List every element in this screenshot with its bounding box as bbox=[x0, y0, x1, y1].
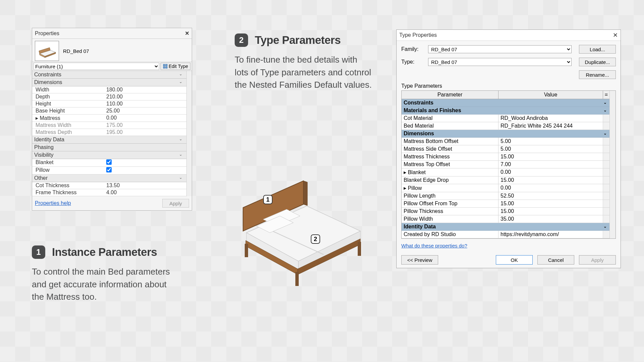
type-selector[interactable]: RD_Bed 07 bbox=[32, 39, 192, 62]
type-row[interactable]: Mattress Top Offset7.00 bbox=[402, 161, 609, 168]
param-row: Mattress Depth195.00 bbox=[32, 129, 186, 136]
group-identity[interactable]: Identity Data⌄ bbox=[32, 136, 186, 144]
checkbox-blanket[interactable] bbox=[106, 159, 112, 165]
close-icon[interactable]: × bbox=[185, 29, 189, 37]
svg-rect-6 bbox=[163, 67, 165, 68]
param-row[interactable]: Height110.00 bbox=[32, 100, 186, 107]
svg-rect-7 bbox=[166, 67, 167, 68]
svg-rect-5 bbox=[166, 64, 167, 66]
expand-icon: ⌄ bbox=[603, 108, 607, 113]
apply-button[interactable]: Apply bbox=[162, 199, 189, 208]
type-row[interactable]: Mattress Side Offset5.00 bbox=[402, 145, 609, 153]
group-dimensions[interactable]: Dimensions⌄ bbox=[32, 79, 186, 86]
expand-icon: ⌄ bbox=[179, 72, 182, 76]
type-name: RD_Bed 07 bbox=[63, 48, 89, 54]
scrollbar[interactable] bbox=[186, 71, 192, 196]
type-row[interactable]: Blanket Edge Drop15.00 bbox=[402, 176, 609, 184]
expand-icon: ⌄ bbox=[179, 152, 182, 157]
expand-icon: ⌄ bbox=[179, 175, 182, 180]
callout-2: 2 bbox=[311, 234, 320, 244]
type-parameters-label: Type Parameters bbox=[401, 83, 616, 89]
type-row[interactable]: Cot MaterialRD_Wood Andiroba bbox=[402, 115, 609, 122]
properties-title: Properties bbox=[35, 30, 59, 37]
group-constraints[interactable]: Constraints⌄ bbox=[32, 71, 186, 79]
type-row[interactable]: Pillow Offset From Top15.00 bbox=[402, 200, 609, 208]
family-label: Family: bbox=[401, 46, 428, 52]
category-filter[interactable]: Furniture (1) bbox=[34, 63, 159, 70]
group-visibility[interactable]: Visibility⌄ bbox=[32, 151, 186, 159]
annotation-body: To control the main Bed parameters and g… bbox=[32, 266, 179, 303]
expand-icon: ⌄ bbox=[179, 79, 182, 84]
type-row[interactable]: Created by RD Studiohttps://revitdynamo.… bbox=[402, 231, 609, 238]
type-properties-dialog: Type Properties ✕ Family: RD_Bed 07 Load… bbox=[396, 29, 621, 268]
param-row[interactable]: ▸ Mattress0.00 bbox=[32, 115, 186, 122]
annotation-title: Type Parameters bbox=[255, 34, 341, 47]
checkbox-pillow[interactable] bbox=[106, 167, 112, 172]
type-label: Type: bbox=[401, 59, 428, 65]
expand-icon: ⌄ bbox=[603, 131, 607, 136]
type-row[interactable]: Mattress Bottom Offset5.00 bbox=[402, 138, 609, 145]
type-thumbnail bbox=[35, 41, 59, 61]
svg-marker-9 bbox=[303, 181, 307, 206]
svg-rect-4 bbox=[163, 64, 165, 66]
badge-2: 2 bbox=[235, 33, 248, 47]
dialog-title: Type Properties bbox=[399, 32, 437, 38]
type-row[interactable]: Pillow Thickness15.00 bbox=[402, 208, 609, 215]
type-select[interactable]: RD_Bed 07 bbox=[428, 58, 572, 66]
edit-type-button[interactable]: Edit Type bbox=[161, 63, 190, 70]
category-identity[interactable]: Identity Data⌄ bbox=[402, 223, 609, 231]
param-row[interactable]: Base Height25.00 bbox=[32, 107, 186, 115]
category-dimensions[interactable]: Dimensions⌄ bbox=[402, 130, 609, 138]
type-row[interactable]: Bed MaterialRD_Fabric White 245 244 244 bbox=[402, 122, 609, 130]
cancel-button[interactable]: Cancel bbox=[537, 255, 574, 265]
edit-type-icon bbox=[163, 64, 168, 69]
param-row[interactable]: Width180.00 bbox=[32, 86, 186, 93]
expand-icon: ⌄ bbox=[179, 137, 182, 141]
category-constraints[interactable]: Constraints⌄ bbox=[402, 99, 609, 107]
expand-icon: ⌄ bbox=[603, 100, 607, 105]
close-icon[interactable]: ✕ bbox=[613, 31, 618, 39]
param-row[interactable]: Pillow bbox=[32, 167, 186, 174]
duplicate-button[interactable]: Duplicate... bbox=[579, 58, 616, 66]
param-row[interactable]: Depth210.00 bbox=[32, 93, 186, 100]
group-phasing[interactable]: Phasing bbox=[32, 144, 186, 151]
help-link[interactable]: What do these properties do? bbox=[401, 243, 467, 248]
grid-header: Parameter Value = bbox=[402, 91, 609, 99]
ok-button[interactable]: OK bbox=[496, 255, 533, 265]
properties-help-link[interactable]: Properties help bbox=[35, 200, 71, 206]
type-row[interactable]: ▸ Blanket0.00 bbox=[402, 168, 609, 176]
family-select[interactable]: RD_Bed 07 bbox=[428, 45, 572, 53]
annotation-type-parameters: 2 Type Parameters To fine-tune the bed d… bbox=[235, 33, 372, 91]
callout-1: 1 bbox=[263, 195, 273, 204]
rename-button[interactable]: Rename... bbox=[579, 70, 616, 79]
expand-icon: ⌄ bbox=[603, 224, 607, 229]
bed-illustration: 1 2 bbox=[223, 167, 372, 288]
scrollbar[interactable] bbox=[609, 91, 616, 238]
svg-rect-17 bbox=[295, 272, 299, 286]
param-row[interactable]: Blanket bbox=[32, 159, 186, 167]
apply-button[interactable]: Apply bbox=[579, 255, 616, 265]
svg-rect-16 bbox=[245, 244, 248, 257]
type-row[interactable]: ▸ Pillow0.00 bbox=[402, 184, 609, 192]
type-row[interactable]: Mattress Thickness15.00 bbox=[402, 153, 609, 161]
param-row: Mattress Width175.00 bbox=[32, 122, 186, 129]
load-button[interactable]: Load... bbox=[579, 45, 616, 54]
type-row[interactable]: Pillow Length52.50 bbox=[402, 192, 609, 200]
svg-rect-18 bbox=[358, 242, 361, 256]
annotation-title: Instance Parameters bbox=[52, 246, 157, 259]
badge-1: 1 bbox=[32, 245, 45, 259]
param-row[interactable]: Cot Thickness13.50 bbox=[32, 182, 186, 189]
category-materials[interactable]: Materials and Finishes⌄ bbox=[402, 107, 609, 115]
annotation-body: To fine-tune the bed details with lots o… bbox=[235, 54, 372, 91]
type-row[interactable]: Pillow Width35.00 bbox=[402, 215, 609, 223]
properties-palette: Properties × RD_Bed 07 Furniture (1) Edi… bbox=[32, 28, 192, 211]
param-row[interactable]: Frame Thickness4.00 bbox=[32, 189, 186, 196]
group-other[interactable]: Other⌄ bbox=[32, 174, 186, 182]
annotation-instance-parameters: 1 Instance Parameters To control the mai… bbox=[32, 245, 179, 303]
preview-button[interactable]: << Preview bbox=[401, 255, 438, 265]
